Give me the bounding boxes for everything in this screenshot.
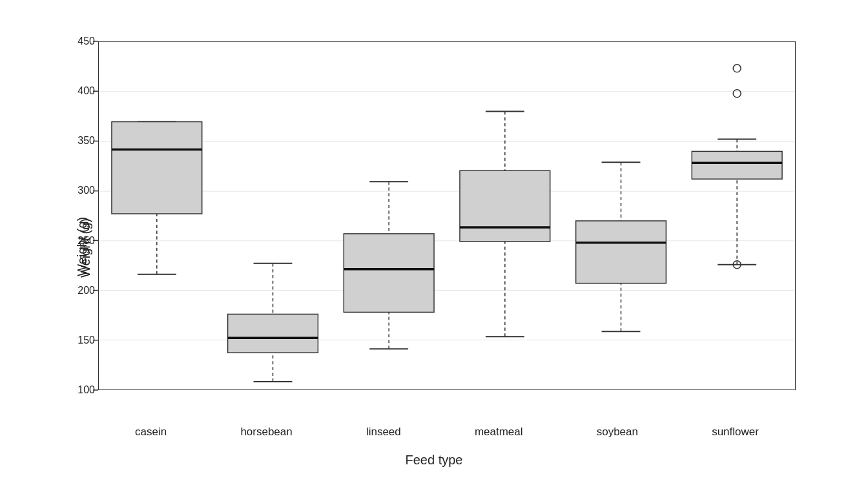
x-tick-horsebean: horsebean <box>240 426 292 439</box>
x-tick-labels: casein horsebean linseed meatmeal soybea… <box>98 426 796 439</box>
x-axis-label: Feed type <box>406 453 463 468</box>
x-tick-soybean: soybean <box>597 426 638 439</box>
y-tick-100: 100 <box>78 384 95 396</box>
plot-overlay: 450 400 350 300 250 200 150 100 <box>98 41 796 390</box>
x-tick-casein: casein <box>135 426 167 439</box>
y-tick-450: 450 <box>78 36 95 47</box>
x-tick-meatmeal: meatmeal <box>475 426 523 439</box>
y-tick-400: 400 <box>78 85 95 97</box>
y-axis-label: Weight (g) <box>78 218 93 278</box>
y-tick-200: 200 <box>78 285 95 296</box>
y-ticks-svg <box>93 41 98 390</box>
x-tick-sunflower: sunflower <box>712 426 759 439</box>
y-tick-150: 150 <box>78 335 95 346</box>
chart-container: Weight (g) <box>46 22 822 474</box>
y-tick-350: 350 <box>78 135 95 147</box>
y-tick-300: 300 <box>78 185 95 196</box>
x-tick-linseed: linseed <box>366 426 401 439</box>
